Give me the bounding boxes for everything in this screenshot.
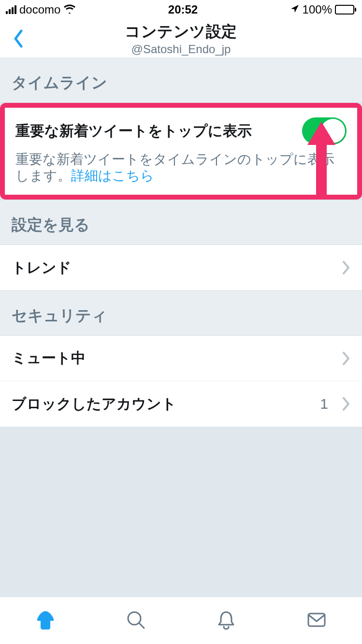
wifi-icon bbox=[63, 3, 76, 16]
tab-messages[interactable] bbox=[272, 597, 362, 644]
nav-title-wrap: コンテンツ設定 @Satoshi_Endo_jp bbox=[0, 21, 362, 56]
status-bar: docomo 20:52 100% bbox=[0, 0, 362, 19]
learn-more-link[interactable]: 詳細はこちら bbox=[71, 168, 154, 183]
carrier-label: docomo bbox=[19, 3, 60, 16]
section-header-security: セキュリティ bbox=[0, 290, 362, 336]
status-left: docomo bbox=[6, 3, 76, 16]
top-tweets-toggle-description: 重要な新着ツイートをタイムラインのトップに表示します。詳細はこちら bbox=[15, 151, 347, 184]
battery-icon bbox=[335, 5, 356, 14]
tab-home[interactable] bbox=[0, 597, 90, 644]
blocked-count: 1 bbox=[320, 396, 328, 412]
muted-label: ミュート中 bbox=[12, 348, 86, 368]
top-tweets-toggle-label: 重要な新着ツイートをトップに表示 bbox=[15, 121, 292, 141]
status-right: 100% bbox=[290, 3, 356, 16]
tab-search[interactable] bbox=[90, 597, 181, 644]
location-icon bbox=[290, 3, 300, 16]
chevron-right-icon bbox=[342, 261, 350, 274]
search-icon bbox=[125, 609, 147, 633]
trends-cell[interactable]: トレンド bbox=[0, 245, 362, 290]
clock: 20:52 bbox=[168, 3, 198, 16]
back-button[interactable] bbox=[9, 29, 28, 48]
bell-icon bbox=[216, 609, 237, 632]
muted-cell[interactable]: ミュート中 bbox=[0, 336, 362, 381]
battery-pct: 100% bbox=[303, 3, 332, 16]
cellular-signal-icon bbox=[6, 5, 16, 14]
mail-icon bbox=[305, 609, 328, 633]
annotation-arrow-icon bbox=[307, 122, 335, 199]
page-subtitle: @Satoshi_Endo_jp bbox=[0, 43, 362, 56]
blocked-label: ブロックしたアカウント bbox=[12, 394, 176, 414]
trends-label: トレンド bbox=[12, 258, 72, 278]
svg-marker-0 bbox=[307, 122, 335, 199]
nav-bar: コンテンツ設定 @Satoshi_Endo_jp bbox=[0, 19, 362, 58]
tab-bar bbox=[0, 597, 362, 644]
svg-line-2 bbox=[139, 623, 144, 628]
chevron-right-icon bbox=[342, 352, 350, 365]
section-header-timeline: タイムライン bbox=[0, 58, 362, 103]
tab-notifications[interactable] bbox=[181, 597, 272, 644]
toggle-desc-text: 重要な新着ツイートをタイムラインのトップに表示します。 bbox=[15, 152, 334, 183]
top-tweets-toggle-cell: 重要な新着ツイートをトップに表示 重要な新着ツイートをタイムラインのトップに表示… bbox=[5, 108, 357, 195]
chevron-right-icon bbox=[342, 397, 350, 411]
settings-list: トレンド bbox=[0, 245, 362, 290]
page-title: コンテンツ設定 bbox=[0, 21, 362, 43]
home-icon bbox=[34, 608, 57, 633]
svg-rect-3 bbox=[308, 614, 325, 626]
chevron-left-icon bbox=[13, 29, 24, 48]
security-list: ミュート中 ブロックしたアカウント 1 bbox=[0, 336, 362, 427]
section-header-settings: 設定を見る bbox=[0, 200, 362, 245]
blocked-cell[interactable]: ブロックしたアカウント 1 bbox=[0, 381, 362, 427]
